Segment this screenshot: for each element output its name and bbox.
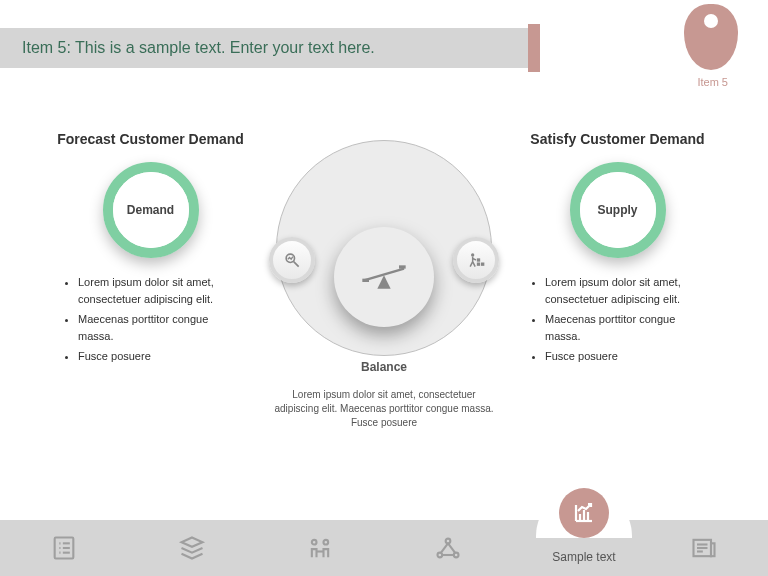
item-badge bbox=[684, 4, 738, 70]
svg-line-24 bbox=[441, 543, 448, 552]
supply-ring-label: Supply bbox=[580, 172, 656, 248]
list-item: Lorem ipsum dolor sit amet, consectetuer… bbox=[545, 274, 710, 307]
svg-rect-8 bbox=[399, 265, 406, 268]
svg-point-23 bbox=[454, 553, 459, 558]
nav-news-icon[interactable] bbox=[640, 534, 768, 562]
svg-rect-4 bbox=[477, 263, 480, 266]
list-item: Fusce posuere bbox=[78, 348, 243, 365]
svg-marker-9 bbox=[377, 275, 390, 288]
svg-rect-7 bbox=[362, 279, 369, 282]
list-item: Fusce posuere bbox=[545, 348, 710, 365]
center-group: Balance Lorem ipsum dolor sit amet, cons… bbox=[269, 140, 499, 430]
list-item: Maecenas porttitor congue massa. bbox=[78, 311, 243, 344]
svg-rect-3 bbox=[477, 258, 480, 261]
right-bullets: Lorem ipsum dolor sit amet, consectetuer… bbox=[515, 274, 720, 365]
seesaw-icon bbox=[334, 227, 434, 327]
demand-ring-label: Demand bbox=[113, 172, 189, 248]
header-title: Item 5: This is a sample text. Enter you… bbox=[22, 39, 375, 57]
svg-point-18 bbox=[312, 540, 317, 545]
header-bar: Item 5: This is a sample text. Enter you… bbox=[0, 28, 528, 68]
nav-meeting-icon[interactable] bbox=[256, 534, 384, 562]
balance-label: Balance bbox=[269, 360, 499, 374]
svg-point-21 bbox=[446, 539, 451, 544]
chart-icon bbox=[559, 488, 609, 538]
svg-rect-28 bbox=[711, 543, 715, 556]
nav-checklist-icon[interactable] bbox=[0, 534, 128, 562]
demand-ring: Demand bbox=[103, 162, 199, 258]
left-heading: Forecast Customer Demand bbox=[48, 130, 253, 148]
right-column: Satisfy Customer Demand Supply Lorem ips… bbox=[515, 130, 720, 369]
center-description: Lorem ipsum dolor sit amet, consectetuer… bbox=[269, 388, 499, 430]
nav-active-bump[interactable]: Sample text bbox=[514, 492, 654, 576]
item-badge-label: Item 5 bbox=[697, 76, 728, 88]
svg-point-19 bbox=[324, 540, 329, 545]
svg-rect-5 bbox=[481, 263, 484, 266]
logistics-icon bbox=[453, 237, 499, 283]
list-item: Lorem ipsum dolor sit amet, consectetuer… bbox=[78, 274, 243, 307]
svg-line-1 bbox=[294, 262, 299, 267]
content-area: Forecast Customer Demand Demand Lorem ip… bbox=[0, 130, 768, 470]
balance-circle bbox=[276, 140, 492, 356]
right-heading: Satisfy Customer Demand bbox=[515, 130, 720, 148]
nav-stack-icon[interactable] bbox=[128, 534, 256, 562]
supply-ring: Supply bbox=[570, 162, 666, 258]
left-column: Forecast Customer Demand Demand Lorem ip… bbox=[48, 130, 253, 369]
list-item: Maecenas porttitor congue massa. bbox=[545, 311, 710, 344]
svg-marker-17 bbox=[182, 538, 203, 547]
left-bullets: Lorem ipsum dolor sit amet, consectetuer… bbox=[48, 274, 253, 365]
svg-line-25 bbox=[448, 543, 455, 552]
nav-network-icon[interactable] bbox=[384, 534, 512, 562]
svg-point-2 bbox=[471, 253, 474, 256]
header-accent bbox=[528, 24, 540, 72]
analysis-icon bbox=[269, 237, 315, 283]
svg-point-22 bbox=[438, 553, 443, 558]
nav-active-label: Sample text bbox=[552, 550, 615, 564]
